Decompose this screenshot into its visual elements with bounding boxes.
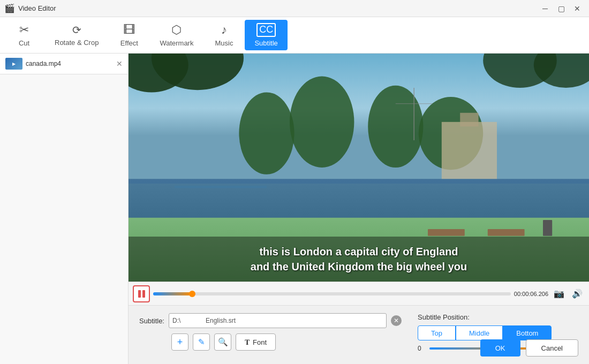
svg-rect-19 (543, 220, 552, 236)
tab-rotate-crop[interactable]: ⟳ Rotate & Crop (45, 20, 108, 50)
position-title: Subtitle Position: (418, 313, 578, 321)
video-area: this is London a capital city of England… (129, 54, 589, 364)
music-icon: ♪ (221, 23, 227, 37)
video-controls-bar: 00:00:06.206 📷 🔊 (129, 282, 589, 305)
tab-effect-label: Effect (120, 39, 138, 47)
tab-effect[interactable]: 🎞 Effect (110, 20, 148, 50)
plus-icon: + (177, 337, 183, 348)
svg-rect-16 (175, 186, 267, 188)
svg-rect-11 (442, 122, 497, 179)
ok-button[interactable]: OK (480, 339, 520, 357)
tab-cut-label: Cut (19, 39, 29, 47)
progress-bar[interactable] (153, 292, 511, 295)
svg-rect-15 (129, 179, 589, 184)
minimize-button[interactable]: ─ (538, 3, 553, 14)
tab-watermark-label: Watermark (160, 39, 193, 47)
tab-subtitle[interactable]: CC Subtitle (245, 20, 287, 50)
tab-music-label: Music (215, 39, 233, 47)
title-bar: 🎬 Video Editor ─ ▢ ✕ (0, 0, 589, 17)
tab-bar: ✂ Cut ⟳ Rotate & Crop 🎞 Effect ⬡ Waterma… (0, 17, 589, 54)
cut-icon: ✂ (19, 23, 29, 37)
subtitle-file-input[interactable] (169, 313, 387, 328)
progress-fill (153, 292, 192, 295)
subtitle-line2: and the United Kingdom the big wheel you (145, 259, 573, 274)
position-buttons: Top Middle Bottom (418, 325, 578, 340)
tab-rotate-label: Rotate & Crop (55, 39, 99, 47)
file-thumbnail: ▶ (5, 58, 22, 70)
svg-point-7 (239, 92, 294, 174)
tab-music[interactable]: ♪ Music (205, 20, 243, 50)
close-button[interactable]: ✕ (570, 3, 585, 14)
subtitle-line1: this is London a capital city of England (145, 244, 573, 259)
pause-bar-left (138, 290, 141, 298)
tab-watermark[interactable]: ⬡ Watermark (150, 20, 203, 50)
subtitle-actions: + ✎ 🔍 𝐓 Font (171, 333, 402, 351)
volume-button[interactable]: 🔊 (570, 286, 585, 301)
watermark-icon: ⬡ (171, 23, 182, 37)
tab-subtitle-label: Subtitle (254, 39, 277, 47)
screenshot-button[interactable]: 📷 (552, 286, 567, 301)
svg-point-8 (290, 77, 354, 168)
subtitle-file-row: Subtitle: ✕ (139, 313, 402, 328)
subtitle-section: Subtitle: ✕ + ✎ 🔍 𝐓 Fo (139, 313, 402, 351)
svg-point-9 (368, 86, 423, 168)
file-close-button[interactable]: ✕ (116, 60, 123, 67)
file-name: canada.mp4 (26, 60, 61, 67)
maximize-button[interactable]: ▢ (554, 3, 569, 14)
subtitle-clear-button[interactable]: ✕ (391, 315, 402, 326)
progress-thumb (189, 291, 195, 297)
file-tab[interactable]: ▶ canada.mp4 ✕ (0, 54, 128, 74)
bottom-panel: Subtitle: ✕ + ✎ 🔍 𝐓 Fo (129, 305, 589, 364)
subtitle-icon: CC (256, 23, 276, 37)
position-top-button[interactable]: Top (418, 325, 456, 340)
time-current: 00:00:06.206 (514, 291, 548, 297)
subtitle-text: this is London a capital city of England… (145, 244, 573, 274)
font-button[interactable]: 𝐓 Font (236, 333, 276, 351)
app-icon: 🎬 (4, 3, 15, 13)
video-player: this is London a capital city of England… (129, 54, 589, 282)
search-subtitle-button[interactable]: 🔍 (214, 333, 231, 351)
search-icon: 🔍 (218, 337, 228, 347)
pause-bar-right (142, 290, 145, 298)
font-label: Font (253, 338, 267, 346)
position-bottom-button[interactable]: Bottom (503, 325, 552, 340)
video-subtitle-overlay: this is London a capital city of England… (129, 237, 589, 282)
effect-icon: 🎞 (123, 23, 135, 37)
svg-rect-12 (460, 113, 478, 127)
svg-rect-18 (488, 229, 525, 236)
font-icon: 𝐓 (245, 338, 250, 347)
main-content: ▶ canada.mp4 ✕ (0, 54, 589, 364)
rotate-icon: ⟳ (72, 24, 81, 36)
window-title: Video Editor (18, 4, 56, 12)
edit-subtitle-button[interactable]: ✎ (193, 333, 210, 351)
thumb-icon: ▶ (12, 62, 16, 66)
tab-cut[interactable]: ✂ Cut (5, 20, 43, 50)
cancel-button[interactable]: Cancel (526, 339, 578, 357)
svg-rect-17 (428, 229, 465, 236)
window-controls: ─ ▢ ✕ (538, 3, 585, 14)
add-subtitle-button[interactable]: + (171, 333, 188, 351)
subtitle-label: Subtitle: (139, 317, 164, 325)
pause-button[interactable] (133, 285, 150, 302)
slider-min-label: 0 (418, 345, 424, 352)
dialog-buttons: OK Cancel (480, 339, 578, 357)
file-panel: ▶ canada.mp4 ✕ (0, 54, 129, 364)
edit-icon: ✎ (198, 337, 205, 347)
position-middle-button[interactable]: Middle (456, 325, 503, 340)
